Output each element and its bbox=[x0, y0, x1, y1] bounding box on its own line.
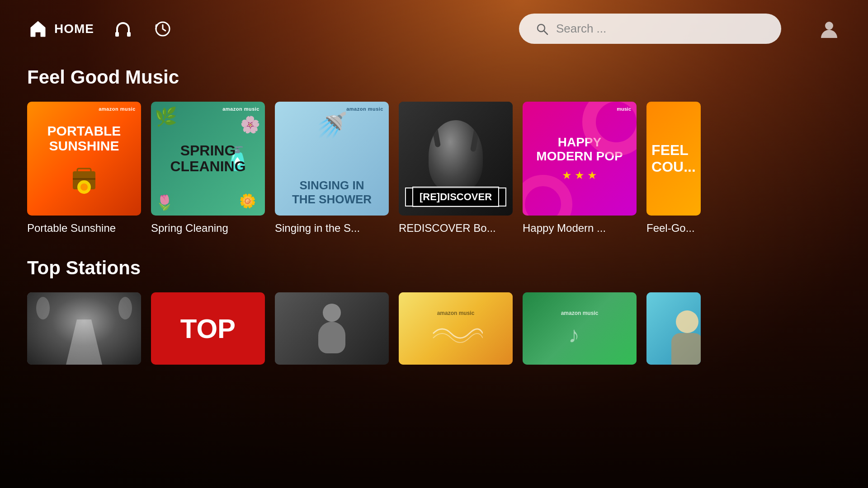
wave-decoration bbox=[429, 320, 483, 347]
station-card-amazon-grad[interactable]: amazon music bbox=[399, 292, 513, 365]
station-card-1-image bbox=[27, 292, 141, 365]
svg-rect-1 bbox=[127, 32, 131, 37]
singing-shower-badge: amazon music bbox=[346, 106, 383, 112]
svg-rect-7 bbox=[77, 169, 91, 173]
station-card-top-image: TOP bbox=[151, 292, 265, 365]
amazon-music-badge: amazon music bbox=[561, 310, 599, 316]
card-singing-shower-image: amazon music 🚿 SINGING IN THE SHOWER bbox=[275, 102, 389, 216]
top-station-text: TOP bbox=[180, 313, 236, 344]
feel-good-music-title: Feel Good Music bbox=[27, 66, 841, 88]
search-icon bbox=[535, 22, 549, 36]
feel-good-text: FEELCOU... bbox=[651, 142, 696, 175]
card-singing-shower[interactable]: amazon music 🚿 SINGING IN THE SHOWER Sin… bbox=[275, 102, 389, 235]
card-portable-sunshine[interactable]: amazon music PORTABLE SUNSHINE bbox=[27, 102, 141, 235]
svg-line-4 bbox=[544, 31, 547, 34]
station-card-amazon-music-image: amazon music ♪ bbox=[523, 292, 637, 365]
history-icon bbox=[152, 18, 174, 40]
portable-sunshine-badge: amazon music bbox=[99, 106, 136, 112]
card-spring-cleaning-image: amazon music 🌿 🌸 🌷 🌼 🧴 SPRING CLEANING bbox=[151, 102, 265, 216]
feel-good-label: Feel-Go... bbox=[646, 222, 695, 234]
svg-text:♪: ♪ bbox=[568, 322, 580, 347]
music-decoration: ♪ bbox=[561, 320, 598, 347]
card-rediscover-image: amazon music bbox=[399, 102, 513, 216]
header: HOME Search . bbox=[0, 0, 868, 57]
nav-home[interactable]: HOME bbox=[27, 18, 94, 40]
rediscover-text: [RE]DISCOVER bbox=[412, 187, 499, 207]
top-stations-section: Top Stations bbox=[27, 257, 841, 365]
card-happy-modern-pop[interactable]: music HAPPY MODERN POP ★ ★ ★ Happy Moder… bbox=[523, 102, 637, 235]
station-card-3[interactable] bbox=[275, 292, 389, 365]
search-bar[interactable]: Search ... bbox=[519, 14, 781, 44]
amazon-grad-badge: amazon music bbox=[437, 310, 475, 316]
happy-pop-stars: ★ ★ ★ bbox=[562, 169, 597, 182]
nav-headphones[interactable] bbox=[112, 18, 134, 40]
happy-pop-badge: music bbox=[617, 106, 631, 112]
spring-cleaning-badge: amazon music bbox=[222, 106, 259, 112]
happy-modern-pop-label: Happy Modern ... bbox=[523, 222, 606, 234]
spring-cleaning-label: Spring Cleaning bbox=[151, 222, 228, 234]
svg-rect-10 bbox=[73, 178, 95, 180]
suitcase-icon bbox=[64, 162, 104, 194]
card-portable-sunshine-image: amazon music PORTABLE SUNSHINE bbox=[27, 102, 141, 216]
home-label: HOME bbox=[54, 22, 94, 36]
main-content: Feel Good Music amazon music PORTABLE SU… bbox=[0, 57, 868, 396]
station-card-3-image bbox=[275, 292, 389, 365]
station-card-1[interactable] bbox=[27, 292, 141, 365]
station-card-teal[interactable] bbox=[646, 292, 701, 365]
rediscover-label: REDISCOVER Bo... bbox=[399, 222, 496, 234]
station-card-amazon-music[interactable]: amazon music ♪ bbox=[523, 292, 637, 365]
portable-sunshine-text: PORTABLE SUNSHINE bbox=[47, 123, 121, 153]
card-feel-good-partial[interactable]: FEELCOU... Feel-Go... bbox=[646, 102, 701, 235]
svg-rect-0 bbox=[115, 32, 119, 37]
top-stations-cards: TOP bbox=[27, 292, 841, 365]
card-rediscover[interactable]: amazon music bbox=[399, 102, 513, 235]
home-icon bbox=[27, 18, 49, 40]
card-happy-modern-pop-image: music HAPPY MODERN POP ★ ★ ★ bbox=[523, 102, 637, 216]
station-card-top[interactable]: TOP bbox=[151, 292, 265, 365]
headphones-icon bbox=[112, 18, 134, 40]
station-card-amazon-grad-image: amazon music bbox=[399, 292, 513, 365]
top-stations-title: Top Stations bbox=[27, 257, 841, 279]
nav-history[interactable] bbox=[152, 18, 174, 40]
station-card-teal-image bbox=[646, 292, 701, 365]
svg-point-9 bbox=[80, 183, 88, 191]
card-spring-cleaning[interactable]: amazon music 🌿 🌸 🌷 🌼 🧴 SPRING CLEANING bbox=[151, 102, 265, 235]
singing-shower-text: SINGING IN THE SHOWER bbox=[275, 178, 389, 206]
card-feel-good-image: FEELCOU... bbox=[646, 102, 701, 216]
singing-shower-label: Singing in the S... bbox=[275, 222, 360, 234]
svg-point-5 bbox=[825, 22, 833, 30]
user-icon[interactable] bbox=[817, 17, 841, 41]
search-placeholder: Search ... bbox=[556, 22, 765, 36]
portable-sunshine-label: Portable Sunshine bbox=[27, 222, 116, 234]
feel-good-music-cards: amazon music PORTABLE SUNSHINE bbox=[27, 102, 841, 235]
spring-cleaning-text: SPRING CLEANING bbox=[170, 143, 245, 174]
feel-good-music-section: Feel Good Music amazon music PORTABLE SU… bbox=[27, 66, 841, 235]
